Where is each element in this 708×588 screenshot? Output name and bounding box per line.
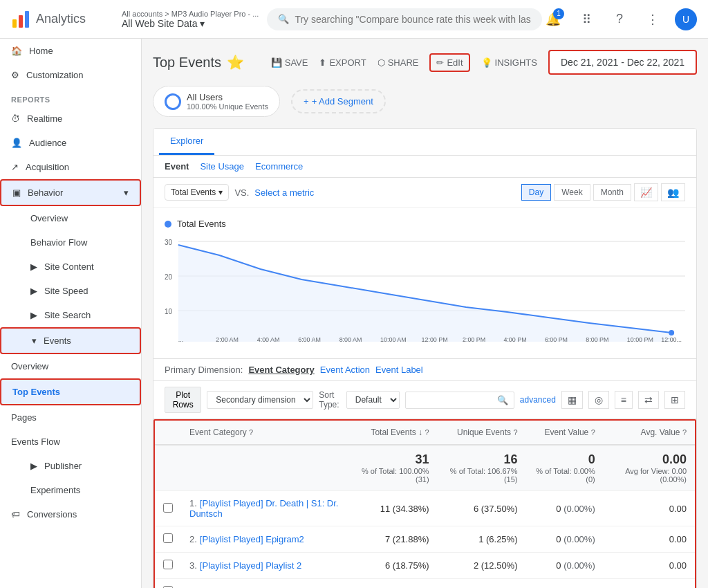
more-button[interactable]: ⋮: [642, 8, 664, 30]
search-bar[interactable]: 🔍: [267, 8, 542, 30]
th-event-value[interactable]: Event Value ?: [526, 421, 604, 445]
svg-text:20: 20: [165, 273, 172, 281]
avg-value-1: 0.00: [604, 491, 695, 526]
segment-info: All Users 100.00% Unique Events: [187, 92, 268, 111]
events-expand-icon: ▾: [32, 336, 37, 346]
total-events-select[interactable]: Total Events ▾: [165, 184, 229, 201]
sort-type-select[interactable]: Default: [346, 391, 400, 409]
th-total-events[interactable]: Total Events ↓ ?: [349, 421, 438, 445]
share-button[interactable]: ⬡ SHARE: [378, 57, 419, 68]
row-checkbox-3[interactable]: [163, 560, 173, 569]
sidebar-item-events[interactable]: ▾ Events: [0, 327, 141, 354]
total-events-3: 6 (18.75%): [349, 553, 438, 579]
date-range-picker[interactable]: Dec 21, 2021 - Dec 22, 2021: [548, 50, 697, 75]
pivot-view-button[interactable]: ⊞: [664, 391, 685, 409]
sidebar-item-site-speed[interactable]: ▶ Site Speed: [0, 279, 141, 303]
user-avatar[interactable]: U: [675, 8, 697, 30]
chart-controls: Total Events ▾ VS. Select a metric Day W…: [153, 178, 696, 208]
sidebar-item-events-overview[interactable]: Overview: [0, 354, 141, 378]
th-unique-events[interactable]: Unique Events ?: [438, 421, 526, 445]
save-button[interactable]: 💾 SAVE: [271, 57, 308, 68]
export-button[interactable]: ⬆ EXPORT: [319, 57, 366, 68]
page-title: Top Events: [153, 55, 221, 71]
compare-view-button[interactable]: ⇄: [638, 391, 659, 409]
plot-rows-button[interactable]: Plot Rows: [165, 387, 201, 413]
select-metric-link[interactable]: Select a metric: [254, 187, 314, 198]
apps-button[interactable]: ⠿: [575, 8, 597, 30]
th-event-category[interactable]: Event Category ?: [181, 421, 349, 445]
table-search-input[interactable]: [411, 395, 494, 405]
event-link-3[interactable]: [Playlist Played] Playlist 2: [200, 560, 301, 571]
sidebar-item-behavior-flow[interactable]: Behavior Flow: [0, 230, 141, 255]
grid-view-button[interactable]: ▦: [561, 391, 583, 409]
edit-button[interactable]: ✏ EdIt: [429, 53, 469, 72]
sidebar-item-conversions[interactable]: 🏷 Conversions: [0, 502, 141, 526]
dimension-event-action[interactable]: Event Action: [320, 365, 370, 375]
help-icon-avg[interactable]: ?: [682, 428, 687, 437]
sidebar-item-site-content[interactable]: ▶ Site Content: [0, 255, 141, 279]
help-icon-unique[interactable]: ?: [513, 428, 517, 437]
main-content: Top Events ⭐ 💾 SAVE ⬆ EXPORT ⬡ SHARE ✏: [142, 39, 708, 588]
month-button[interactable]: Month: [593, 184, 631, 201]
help-icon-total[interactable]: ?: [425, 428, 429, 437]
sidebar-item-overview[interactable]: Overview: [0, 206, 141, 230]
help-icon-category[interactable]: ?: [249, 428, 253, 437]
sub-tab-event[interactable]: Event: [165, 161, 189, 172]
sub-tab-ecommerce[interactable]: Ecommerce: [255, 161, 303, 172]
logo[interactable]: Analytics: [11, 10, 122, 29]
search-box[interactable]: 🔍: [405, 392, 514, 409]
insights-button[interactable]: 💡 INSIGHTS: [481, 57, 537, 68]
event-link-1[interactable]: [Playlist Played] Dr. Death | S1: Dr. Du…: [189, 498, 338, 519]
sidebar-item-top-events[interactable]: Top Events: [0, 378, 141, 405]
site-content-expand-icon: ▶: [30, 261, 37, 272]
svg-rect-2: [25, 11, 29, 28]
row-checkbox-2[interactable]: [163, 533, 173, 543]
sidebar-item-publisher[interactable]: ▶ Publisher: [0, 454, 141, 478]
tab-explorer[interactable]: Explorer: [159, 129, 214, 155]
unique-events-2: 1 (6.25%): [438, 526, 526, 553]
sidebar-item-site-search[interactable]: ▶ Site Search: [0, 303, 141, 327]
help-icon-value[interactable]: ?: [591, 428, 595, 437]
event-link-2[interactable]: [Playlist Played] Epigram2: [200, 534, 304, 544]
notifications-button[interactable]: 🔔 1: [542, 8, 564, 30]
th-avg-value[interactable]: Avg. Value ?: [604, 421, 695, 445]
search-input[interactable]: [295, 14, 531, 25]
pie-chart-button[interactable]: 👥: [661, 183, 685, 201]
svg-text:6:00 AM: 6:00 AM: [298, 336, 321, 343]
dimension-event-category[interactable]: Event Category: [248, 365, 314, 375]
account-selector[interactable]: All Web Site Data ▾: [122, 18, 259, 29]
sidebar-item-experiments[interactable]: Experiments: [0, 478, 141, 502]
sidebar-item-behavior[interactable]: ▣ Behavior ▾: [0, 179, 141, 206]
sidebar-item-events-flow[interactable]: Events Flow: [0, 430, 141, 454]
advanced-link[interactable]: advanced: [520, 395, 556, 405]
list-view-button[interactable]: ≡: [615, 391, 633, 409]
sidebar-item-customization[interactable]: ⚙ Customization: [0, 63, 141, 87]
row-checkbox-1[interactable]: [163, 503, 173, 513]
star-icon[interactable]: ⭐: [227, 54, 244, 71]
segment-chip-all-users[interactable]: All Users 100.00% Unique Events: [153, 86, 280, 117]
page-title-row: Top Events ⭐: [153, 54, 244, 71]
day-button[interactable]: Day: [521, 184, 551, 201]
sub-tab-site-usage[interactable]: Site Usage: [200, 161, 244, 172]
sidebar-item-pages[interactable]: Pages: [0, 405, 141, 430]
export-icon: ⬆: [319, 57, 326, 68]
analytics-logo-icon: [11, 10, 30, 29]
table-row: 3.[Playlist Played] Playlist 2 6 (18.75%…: [155, 553, 695, 579]
dimension-event-label[interactable]: Event Label: [375, 365, 423, 375]
sidebar-item-home[interactable]: 🏠 Home: [0, 39, 141, 63]
sidebar-item-audience[interactable]: 👤 Audience: [0, 131, 141, 155]
help-button[interactable]: ?: [608, 8, 631, 30]
secondary-dimension-select[interactable]: Secondary dimension: [207, 391, 313, 409]
pie-view-button[interactable]: ◎: [588, 391, 609, 409]
svg-text:6:00 PM: 6:00 PM: [545, 336, 568, 343]
sidebar-item-acquisition[interactable]: ↗ Acquisition: [0, 155, 141, 179]
week-button[interactable]: Week: [554, 184, 590, 201]
sidebar-item-realtime[interactable]: ⏱ Realtime: [0, 107, 141, 131]
home-icon: 🏠: [11, 46, 22, 56]
add-segment-button[interactable]: + + Add Segment: [291, 89, 386, 113]
avg-value-3: 0.00: [604, 553, 695, 579]
top-bar: Top Events ⭐ 💾 SAVE ⬆ EXPORT ⬡ SHARE ✏: [153, 50, 697, 75]
line-chart-button[interactable]: 📈: [634, 183, 658, 201]
table-row: 2.[Playlist Played] Epigram2 7 (21.88%) …: [155, 526, 695, 553]
avg-value-2: 0.00: [604, 526, 695, 553]
